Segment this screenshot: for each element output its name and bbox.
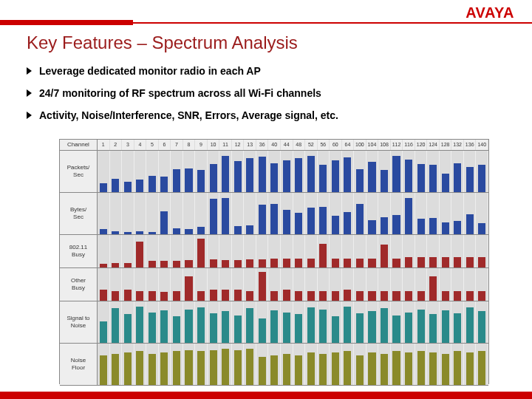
bar-cell (415, 268, 428, 301)
bar (210, 350, 217, 385)
bar-cell (451, 193, 464, 234)
bar (270, 163, 278, 192)
brand-logo: AVAYA (466, 4, 514, 21)
bar (149, 176, 156, 192)
bar (392, 215, 400, 234)
bar (124, 263, 132, 267)
bar (246, 225, 253, 234)
bar-cell (268, 151, 281, 192)
bar-cell (256, 151, 269, 192)
bar (246, 308, 253, 343)
channel-header: 9 (195, 140, 208, 150)
bar-cell (195, 268, 208, 301)
bar-cell (391, 193, 403, 234)
bar (454, 291, 461, 301)
bar-cell (244, 301, 256, 343)
bar (356, 204, 364, 234)
bar-cell (427, 344, 440, 385)
bar (307, 259, 315, 267)
bar (234, 350, 242, 385)
bar (344, 259, 351, 267)
bar (259, 357, 266, 385)
bar-cell (171, 235, 183, 267)
bar (270, 259, 278, 267)
bar-cell (293, 301, 306, 343)
bar-cell (464, 268, 477, 301)
bar-cell (159, 151, 171, 192)
bar (100, 290, 107, 301)
bar-cell (391, 151, 403, 192)
bar-cell (354, 344, 366, 385)
bar (417, 257, 425, 267)
bar-cell (415, 151, 428, 192)
channel-header: 140 (476, 140, 488, 150)
row-label: Packets/Sec (60, 151, 98, 192)
bar-cell (366, 193, 379, 234)
bar-cell (293, 151, 306, 192)
bar (478, 257, 485, 267)
bar (332, 160, 339, 192)
bar-cell (268, 344, 281, 385)
bar (259, 259, 266, 267)
row-bars: 100%0% (98, 235, 488, 267)
bar (136, 291, 143, 301)
bar (368, 311, 375, 343)
bar (246, 259, 253, 267)
bar (344, 307, 351, 343)
bar (160, 211, 168, 234)
bar-cell (476, 301, 488, 343)
bar-cell (268, 193, 281, 234)
channel-header: 12 (232, 140, 245, 150)
bar (307, 156, 315, 192)
bar-cell (208, 268, 220, 301)
bar (332, 352, 339, 385)
bar-cell (427, 151, 440, 192)
bar-cell (403, 301, 415, 343)
bar-cell (415, 301, 428, 343)
bar (332, 316, 339, 343)
bar-cell (281, 193, 293, 234)
bar-cell (122, 193, 134, 234)
bar (270, 291, 278, 301)
bar-cell (342, 344, 355, 385)
bar-cell (281, 268, 293, 301)
bar (112, 308, 119, 343)
bar (283, 354, 290, 385)
bar (368, 220, 375, 234)
bar-cell (342, 301, 355, 343)
bar-cell (232, 344, 245, 385)
bar-cell (146, 268, 159, 301)
bar-cell (183, 151, 196, 192)
bar-cell (427, 301, 440, 343)
bar (356, 313, 364, 343)
bar-cell (159, 301, 171, 343)
bar (197, 170, 205, 192)
bar-cell (476, 193, 488, 234)
triangle-icon (27, 67, 32, 75)
bar-cell (354, 235, 366, 267)
bar (100, 355, 107, 385)
bar-cell (232, 193, 245, 234)
bar (124, 182, 132, 192)
bar-cell (366, 344, 379, 385)
bar-cell (208, 235, 220, 267)
bar-cell (146, 344, 159, 385)
bar-cell (195, 151, 208, 192)
bar-cell (476, 151, 488, 192)
bar (210, 259, 217, 267)
bar (307, 352, 315, 385)
bar (381, 245, 388, 267)
bar (429, 314, 437, 343)
bar-cell (451, 235, 464, 267)
bar (454, 257, 461, 267)
bar-cell (171, 344, 183, 385)
bar (270, 355, 278, 385)
bar-cell (232, 235, 245, 267)
bar (222, 311, 229, 343)
bar-cell (415, 193, 428, 234)
channel-header: 112 (391, 140, 403, 150)
bar-cell (391, 268, 403, 301)
bar (185, 229, 192, 234)
bar (319, 354, 327, 385)
bar (344, 157, 351, 192)
